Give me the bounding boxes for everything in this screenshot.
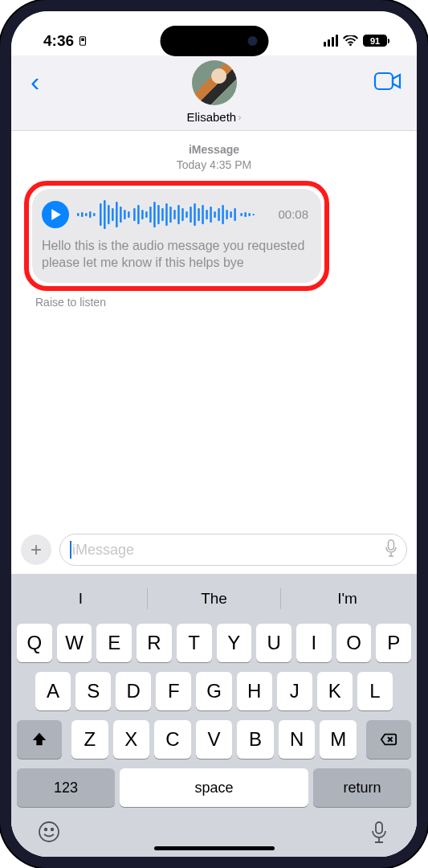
svg-rect-23 xyxy=(161,208,164,221)
audio-transcript: Hello this is the audio message you requ… xyxy=(42,237,308,272)
svg-rect-50 xyxy=(376,822,382,833)
key-w[interactable]: W xyxy=(57,624,92,662)
key-r[interactable]: R xyxy=(137,624,172,662)
key-u[interactable]: U xyxy=(256,624,291,662)
audio-message-bubble[interactable]: 00:08 Hello this is the audio message yo… xyxy=(32,189,321,283)
key-q[interactable]: Q xyxy=(17,624,52,662)
svg-rect-20 xyxy=(149,207,152,223)
key-c[interactable]: C xyxy=(154,720,191,759)
svg-rect-28 xyxy=(181,208,184,221)
suggestion-2[interactable]: The xyxy=(148,590,280,608)
keyboard: I The I'm QWERTYUIOP ASDFGHJKL ZXCVBNM 1… xyxy=(11,574,417,857)
facetime-button[interactable] xyxy=(373,71,402,95)
key-d[interactable]: D xyxy=(116,672,151,710)
tutorial-highlight: 00:08 Hello this is the audio message yo… xyxy=(24,181,329,291)
svg-rect-29 xyxy=(185,211,188,218)
key-b[interactable]: B xyxy=(237,720,274,759)
svg-rect-5 xyxy=(85,213,88,216)
key-z[interactable]: Z xyxy=(71,720,108,759)
raise-to-listen-hint: Raise to listen xyxy=(35,296,404,309)
svg-rect-26 xyxy=(173,210,176,219)
svg-rect-16 xyxy=(133,208,136,221)
svg-rect-33 xyxy=(202,205,204,224)
dictation-key[interactable] xyxy=(367,820,391,847)
thread-timestamp: iMessageToday 4:35 PM xyxy=(24,142,404,173)
contact-name-button[interactable]: Elisabeth › xyxy=(186,110,241,124)
svg-rect-24 xyxy=(165,203,168,226)
compose-bar: + iMessage xyxy=(11,527,417,574)
audio-duration: 00:08 xyxy=(278,207,308,221)
key-f[interactable]: F xyxy=(156,672,191,710)
predictive-bar: I The I'm xyxy=(14,579,414,619)
svg-rect-38 xyxy=(222,205,224,224)
emoji-key[interactable] xyxy=(37,820,61,847)
chevron-right-icon: › xyxy=(238,111,241,123)
audio-waveform[interactable] xyxy=(77,200,270,229)
key-o[interactable]: O xyxy=(336,624,372,662)
return-key[interactable]: return xyxy=(313,768,411,807)
key-n[interactable]: N xyxy=(279,720,316,759)
battery-icon: 91 xyxy=(363,35,389,47)
svg-rect-46 xyxy=(389,540,394,550)
space-key[interactable]: space xyxy=(120,768,308,807)
svg-rect-30 xyxy=(190,207,192,223)
key-h[interactable]: H xyxy=(237,672,272,710)
key-a[interactable]: A xyxy=(35,672,71,710)
key-x[interactable]: X xyxy=(113,720,150,759)
svg-rect-14 xyxy=(124,210,126,219)
svg-rect-40 xyxy=(230,211,232,218)
message-input[interactable]: iMessage xyxy=(59,534,407,566)
toggle-icon xyxy=(77,35,88,47)
svg-rect-34 xyxy=(206,210,208,219)
key-j[interactable]: J xyxy=(277,672,312,710)
svg-rect-42 xyxy=(240,213,243,216)
svg-rect-2 xyxy=(375,73,393,89)
svg-rect-22 xyxy=(157,205,160,224)
svg-point-48 xyxy=(45,829,47,831)
svg-rect-4 xyxy=(81,212,84,217)
cellular-icon xyxy=(324,35,339,47)
svg-rect-44 xyxy=(248,213,251,216)
backspace-key[interactable] xyxy=(366,720,411,759)
key-t[interactable]: T xyxy=(177,624,212,662)
key-l[interactable]: L xyxy=(357,672,393,710)
key-p[interactable]: P xyxy=(376,624,411,662)
play-button[interactable] xyxy=(42,201,69,228)
key-y[interactable]: Y xyxy=(217,624,252,662)
svg-rect-21 xyxy=(153,202,156,227)
contact-avatar[interactable] xyxy=(192,60,237,105)
svg-point-49 xyxy=(51,829,54,831)
svg-rect-27 xyxy=(177,205,180,224)
svg-rect-32 xyxy=(198,208,200,221)
key-m[interactable]: M xyxy=(320,720,357,759)
suggestion-3[interactable]: I'm xyxy=(281,590,414,608)
svg-rect-15 xyxy=(128,211,130,218)
svg-rect-36 xyxy=(214,211,216,218)
svg-rect-10 xyxy=(108,205,110,224)
key-v[interactable]: V xyxy=(196,720,233,759)
back-button[interactable]: ‹ xyxy=(31,66,39,100)
key-k[interactable]: K xyxy=(317,672,353,710)
shift-key[interactable] xyxy=(17,720,62,759)
svg-rect-7 xyxy=(93,213,96,216)
home-indicator[interactable] xyxy=(154,846,275,850)
key-g[interactable]: G xyxy=(196,672,231,710)
svg-rect-9 xyxy=(104,200,106,229)
numbers-key[interactable]: 123 xyxy=(17,768,115,807)
svg-rect-35 xyxy=(210,207,212,223)
key-i[interactable]: I xyxy=(296,624,332,662)
svg-point-47 xyxy=(39,822,59,841)
dictation-icon[interactable] xyxy=(384,539,398,561)
svg-rect-39 xyxy=(226,210,228,219)
svg-rect-25 xyxy=(169,207,172,223)
svg-rect-37 xyxy=(218,208,220,221)
svg-rect-6 xyxy=(89,211,92,218)
svg-rect-18 xyxy=(141,210,144,219)
key-s[interactable]: S xyxy=(75,672,111,710)
svg-rect-19 xyxy=(145,211,148,218)
suggestion-1[interactable]: I xyxy=(14,590,147,608)
key-e[interactable]: E xyxy=(96,624,132,662)
add-attachment-button[interactable]: + xyxy=(21,534,51,565)
svg-rect-45 xyxy=(252,214,255,215)
wifi-icon xyxy=(343,35,358,47)
